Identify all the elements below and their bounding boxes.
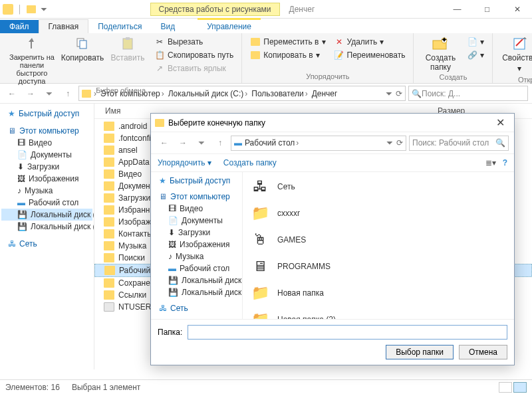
copy-path-button[interactable]: 📋Скопировать путь [152, 49, 236, 61]
file-name: .android [118, 122, 147, 131]
dialog-toolbar: Упорядочить ▾ Создать папку ≣▾ ? [151, 153, 514, 172]
dlg-nav-desktop[interactable]: ▬Рабочий стол [152, 262, 241, 274]
nav-pictures[interactable]: 🖼Изображения [1, 173, 92, 185]
dialog-new-folder-button[interactable]: Создать папку [223, 158, 277, 167]
maximize-button[interactable]: □ [472, 0, 502, 19]
folder-field-label: Папка: [158, 328, 182, 337]
dialog-item[interactable]: 📁cxxxxr [247, 200, 510, 227]
tab-manage[interactable]: Управление [198, 18, 261, 33]
close-button[interactable]: ✕ [502, 0, 532, 19]
view-options-button[interactable]: ≣▾ [485, 158, 496, 167]
dlg-nav-videos[interactable]: 🎞Видео [152, 203, 241, 215]
network-icon: 🖧 [8, 239, 16, 248]
dialog-item[interactable]: 📁Новая папка [247, 280, 510, 306]
dialog-breadcrumb[interactable]: ▬ Рабочий стол › ⏷ ⟳ [231, 136, 406, 151]
breadcrumb-segment[interactable]: Пользователи › [250, 89, 309, 98]
paste-shortcut-button[interactable]: ↗Вставить ярлык [152, 62, 236, 74]
search-input[interactable]: 🔍 Поиск: Д... [408, 86, 528, 101]
file-icon [104, 302, 114, 312]
nav-downloads[interactable]: ⬇Загрузки [1, 161, 92, 173]
dialog-organize-button[interactable]: Упорядочить ▾ [158, 158, 211, 167]
new-folder-button[interactable]: ✦ Создать папку [419, 36, 462, 72]
dlg-nav-disk-e[interactable]: 💾Локальный диск (E:) [152, 286, 241, 298]
context-tab-picture-tools[interactable]: Средства работы с рисунками [150, 3, 280, 16]
nav-quick-access[interactable]: ★Быстрый доступ [1, 108, 92, 120]
cut-button[interactable]: ✂Вырезать [152, 36, 236, 48]
item-icon: 📁 [249, 310, 271, 319]
minimize-button[interactable]: — [442, 0, 472, 19]
addr-dropdown-icon[interactable]: ⏷ [386, 138, 394, 148]
item-icon: 📁 [249, 284, 271, 302]
nav-network[interactable]: 🖧Сеть [1, 238, 92, 250]
copy-to-button[interactable]: Копировать в ▾ [247, 49, 328, 61]
dialog-back-button[interactable]: ← [156, 135, 172, 151]
dlg-nav-documents[interactable]: 📄Документы [152, 215, 241, 227]
download-icon: ⬇ [17, 162, 24, 171]
dlg-nav-disk-c[interactable]: 💾Локальный диск (C:) [152, 274, 241, 286]
tab-home[interactable]: Главная [39, 19, 89, 33]
dialog-forward-button[interactable]: → [175, 135, 191, 151]
dialog-item[interactable]: 🖧Сеть [247, 173, 510, 200]
ribbon-collapse-icon[interactable]: ⌃ [521, 36, 528, 45]
folder-icon [104, 134, 114, 143]
qat-dropdown-icon[interactable]: ⏷ [40, 5, 48, 14]
nav-disk-e[interactable]: 💾Локальный диск (E:) [1, 221, 92, 233]
dialog-item[interactable]: 📁Новая папка (2) [247, 306, 510, 319]
file-name: Загрузки [118, 193, 150, 203]
breadcrumb-segment[interactable]: Денчег [311, 89, 339, 98]
tab-share[interactable]: Поделиться [88, 20, 151, 33]
new-item-button[interactable]: 📄 ▾ [464, 36, 487, 48]
easy-access-button[interactable]: 🔗 ▾ [464, 49, 487, 61]
nav-music[interactable]: ♪Музыка [1, 185, 92, 197]
dlg-nav-music[interactable]: ♪Музыка [152, 250, 241, 262]
qat-folder-icon[interactable] [27, 5, 36, 13]
nav-desktop[interactable]: ▬Рабочий стол [1, 197, 92, 209]
nav-this-pc[interactable]: 🖥Этот компьютер [1, 125, 92, 137]
folder-icon [104, 146, 114, 155]
video-icon: 🎞 [168, 204, 176, 213]
dialog-search-input[interactable]: Поиск: Рабочий стол 🔍 [409, 136, 509, 151]
nav-disk-c[interactable]: 💾Локальный диск (C:) [1, 209, 92, 221]
cancel-button[interactable]: Отмена [459, 345, 507, 359]
dialog-item[interactable]: 🖱GAMES [247, 227, 510, 253]
tab-file[interactable]: Файл [0, 20, 39, 33]
folder-picker-dialog: Выберите конечную папку ✕ ← → ⏷ ↑ ▬ Рабо… [150, 113, 515, 365]
dlg-nav-network[interactable]: 🖧Сеть [152, 302, 241, 314]
dlg-nav-downloads[interactable]: ⬇Загрузки [152, 227, 241, 239]
nav-videos[interactable]: 🎞Видео [1, 137, 92, 149]
paste-button[interactable]: Вставить [106, 36, 149, 62]
copy-button[interactable]: Копировать [61, 36, 104, 62]
dialog-up-button[interactable]: ↑ [212, 135, 228, 151]
dialog-recent-dropdown[interactable]: ⏷ [194, 135, 209, 151]
dlg-nav-quick-access[interactable]: ★Быстрый доступ [152, 175, 241, 187]
moveto-icon [250, 37, 261, 47]
file-name: Музыка [118, 241, 146, 250]
doc-icon: 📄 [168, 216, 178, 225]
dlg-nav-this-pc[interactable]: 🖥Этот компьютер [152, 191, 241, 203]
nav-documents[interactable]: 📄Документы [1, 149, 92, 161]
copypath-icon: 📋 [154, 50, 165, 60]
help-button[interactable]: ? [503, 158, 507, 167]
tab-view[interactable]: Вид [151, 20, 184, 33]
dlg-nav-pictures[interactable]: 🖼Изображения [152, 239, 241, 250]
rename-button[interactable]: 📝Переименовать [331, 49, 408, 61]
refresh-icon[interactable]: ⟳ [396, 138, 403, 148]
addr-dropdown-icon[interactable]: ⏷ [385, 89, 393, 98]
dialog-close-button[interactable]: ✕ [491, 116, 510, 129]
pin-quick-access-button[interactable]: Закрепить на панели быстрого доступа [5, 36, 59, 85]
pc-icon: 🖥 [8, 126, 16, 136]
move-to-button[interactable]: Переместить в ▾ [247, 36, 328, 48]
video-icon: 🎞 [17, 138, 25, 148]
dialog-footer: Папка: Выбор папки Отмена [151, 319, 514, 365]
refresh-icon[interactable]: ⟳ [396, 89, 402, 98]
group-open-label: Открыть [498, 76, 532, 84]
delete-button[interactable]: ✕Удалить ▾ [331, 36, 408, 48]
newfolder-icon: ✦ [431, 36, 450, 52]
dialog-item[interactable]: 🖥PROGRAMMS [247, 253, 510, 280]
select-folder-button[interactable]: Выбор папки [386, 345, 454, 359]
status-count: Элементов: 16 [5, 383, 60, 392]
view-details-button[interactable] [499, 382, 512, 393]
qat-divider-icon: │ [17, 5, 23, 14]
folder-name-input[interactable] [188, 325, 507, 340]
view-icons-button[interactable] [513, 382, 527, 393]
